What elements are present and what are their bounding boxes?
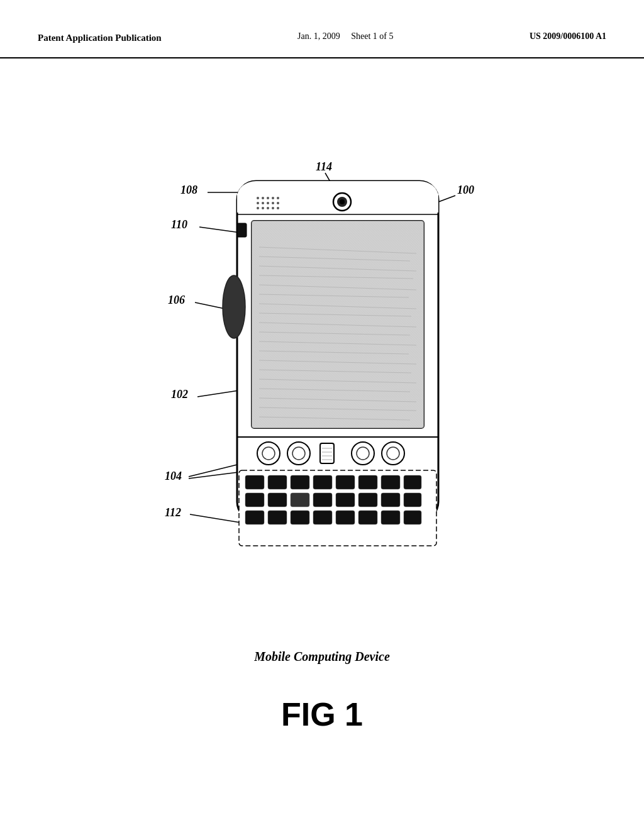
ref-112-label: 112 (165, 506, 181, 519)
device-illustration: 108 114 100 110 106 102 104 (102, 77, 542, 643)
svg-point-11 (257, 197, 259, 199)
svg-rect-66 (381, 475, 400, 489)
figure-label: FIG 1 (281, 695, 363, 733)
svg-point-17 (262, 202, 264, 204)
svg-rect-78 (291, 511, 309, 524)
svg-rect-68 (245, 493, 264, 507)
svg-point-13 (267, 197, 269, 199)
svg-line-8 (190, 514, 240, 523)
nav-button-1 (257, 442, 280, 465)
svg-rect-61 (268, 475, 287, 489)
header-sheet: Sheet 1 of 5 (351, 31, 393, 41)
svg-point-23 (267, 207, 269, 209)
side-button (223, 275, 245, 338)
svg-rect-27 (237, 223, 247, 237)
nav-trackpad (320, 443, 334, 463)
svg-rect-63 (313, 475, 332, 489)
svg-point-12 (262, 197, 264, 199)
svg-rect-70 (291, 493, 309, 507)
ref-110-label: 110 (171, 218, 187, 231)
svg-rect-28 (252, 221, 424, 428)
svg-point-15 (277, 197, 279, 199)
header-date-sheet: Jan. 1, 2009 Sheet 1 of 5 (297, 31, 393, 42)
svg-rect-80 (336, 511, 355, 524)
diagram-svg: 108 114 100 110 106 102 104 (102, 77, 542, 643)
svg-rect-77 (268, 511, 287, 524)
svg-rect-62 (291, 475, 309, 489)
svg-point-25 (277, 207, 279, 209)
header-publication-label: Patent Application Publication (38, 31, 162, 45)
svg-point-18 (267, 202, 269, 204)
ref-114-label: 114 (316, 160, 332, 173)
svg-rect-67 (404, 475, 421, 489)
svg-rect-69 (268, 493, 287, 507)
svg-point-22 (262, 207, 264, 209)
ref-102-label: 102 (171, 388, 188, 401)
patent-diagram: 108 114 100 110 106 102 104 (102, 77, 542, 664)
svg-line-3 (199, 227, 240, 233)
svg-rect-76 (245, 511, 264, 524)
svg-rect-64 (336, 475, 355, 489)
svg-rect-82 (381, 511, 400, 524)
svg-point-20 (277, 202, 279, 204)
nav-button-5 (382, 442, 404, 465)
ref-106-label: 106 (168, 294, 185, 306)
svg-point-21 (257, 207, 259, 209)
nav-button-2 (287, 442, 310, 465)
diagram-caption: Mobile Computing Device (102, 650, 542, 664)
svg-point-24 (272, 207, 274, 209)
svg-rect-60 (245, 475, 264, 489)
svg-rect-65 (358, 475, 377, 489)
patent-header: Patent Application Publication Jan. 1, 2… (0, 0, 644, 58)
svg-rect-83 (404, 511, 421, 524)
svg-point-19 (272, 202, 274, 204)
nav-button-4 (352, 442, 374, 465)
ref-104-label: 104 (165, 470, 182, 482)
camera-inner (340, 199, 345, 204)
svg-rect-81 (358, 511, 377, 524)
main-content: 108 114 100 110 106 102 104 (0, 58, 644, 752)
ref-108-label: 108 (180, 184, 197, 196)
ref-100-label: 100 (457, 184, 474, 196)
svg-rect-72 (336, 493, 355, 507)
svg-rect-73 (358, 493, 377, 507)
svg-rect-75 (404, 493, 421, 507)
svg-point-14 (272, 197, 274, 199)
svg-rect-71 (313, 493, 332, 507)
header-patent-number: US 2009/0006100 A1 (530, 31, 606, 42)
svg-rect-79 (313, 511, 332, 524)
svg-point-16 (257, 202, 259, 204)
svg-rect-74 (381, 493, 400, 507)
header-date: Jan. 1, 2009 (297, 31, 340, 41)
